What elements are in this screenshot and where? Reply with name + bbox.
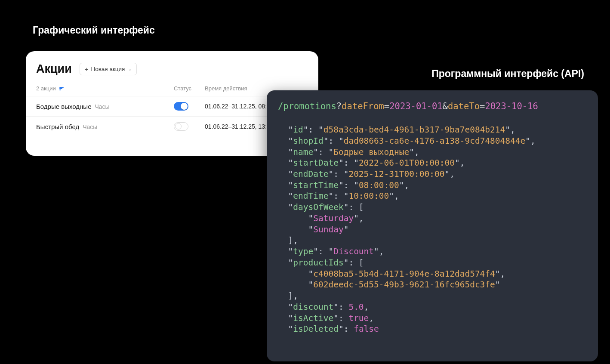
status-toggle[interactable] [174,102,188,111]
gui-header: Акции + Новая акция ⌄ [26,60,318,85]
col-status: Статус [174,85,205,92]
api-panel: /promotions?dateFrom=2023-01-01&dateTo=2… [267,90,598,361]
url-param: dateFrom [342,101,384,111]
url-value: 2023-10-16 [485,101,538,111]
api-url: /promotions?dateFrom=2023-01-01&dateTo=2… [278,101,587,112]
api-section-title: Программный интерфейс (API) [431,68,584,80]
gui-section-title: Графический интерфейс [33,25,155,36]
plus-icon: + [85,66,89,72]
new-button-label: Новая акция [91,66,125,72]
url-param: dateTo [448,101,480,111]
row-name: Бодрые выходные [36,103,92,110]
col-count[interactable]: 2 акции [36,85,174,92]
url-value: 2023-01-01 [389,101,442,111]
chevron-down-icon: ⌄ [128,67,132,71]
new-promotion-button[interactable]: + Новая акция ⌄ [80,63,137,75]
sort-icon [59,87,64,90]
row-sub: Часы [83,123,97,130]
status-toggle[interactable] [174,122,188,131]
api-body: "id": "d58a3cda-bed4-4961-b317-9ba7e084b… [278,124,587,335]
row-sub: Часы [95,103,110,110]
row-name: Быстрый обед [36,123,79,130]
page-title: Акции [36,62,72,76]
url-path: /promotions [278,101,336,111]
count-label: 2 акции [36,85,56,92]
